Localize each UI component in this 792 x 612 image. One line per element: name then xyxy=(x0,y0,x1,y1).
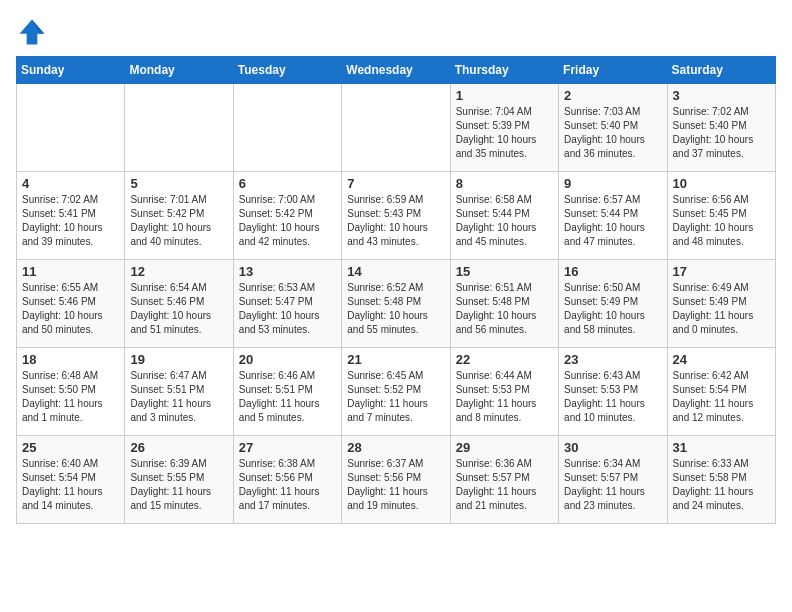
day-info: Sunrise: 6:50 AM Sunset: 5:49 PM Dayligh… xyxy=(564,281,661,337)
day-number: 29 xyxy=(456,440,553,455)
calendar-day-cell: 1Sunrise: 7:04 AM Sunset: 5:39 PM Daylig… xyxy=(450,84,558,172)
day-number: 20 xyxy=(239,352,336,367)
day-info: Sunrise: 6:55 AM Sunset: 5:46 PM Dayligh… xyxy=(22,281,119,337)
day-number: 11 xyxy=(22,264,119,279)
weekday-header-friday: Friday xyxy=(559,57,667,84)
day-info: Sunrise: 6:45 AM Sunset: 5:52 PM Dayligh… xyxy=(347,369,444,425)
day-info: Sunrise: 7:01 AM Sunset: 5:42 PM Dayligh… xyxy=(130,193,227,249)
day-number: 22 xyxy=(456,352,553,367)
day-number: 3 xyxy=(673,88,770,103)
weekday-header-saturday: Saturday xyxy=(667,57,775,84)
day-info: Sunrise: 6:58 AM Sunset: 5:44 PM Dayligh… xyxy=(456,193,553,249)
calendar-day-cell: 17Sunrise: 6:49 AM Sunset: 5:49 PM Dayli… xyxy=(667,260,775,348)
day-number: 4 xyxy=(22,176,119,191)
day-info: Sunrise: 6:43 AM Sunset: 5:53 PM Dayligh… xyxy=(564,369,661,425)
day-info: Sunrise: 6:36 AM Sunset: 5:57 PM Dayligh… xyxy=(456,457,553,513)
calendar-day-cell: 27Sunrise: 6:38 AM Sunset: 5:56 PM Dayli… xyxy=(233,436,341,524)
day-number: 6 xyxy=(239,176,336,191)
calendar-day-cell: 22Sunrise: 6:44 AM Sunset: 5:53 PM Dayli… xyxy=(450,348,558,436)
day-info: Sunrise: 6:44 AM Sunset: 5:53 PM Dayligh… xyxy=(456,369,553,425)
calendar-table: SundayMondayTuesdayWednesdayThursdayFrid… xyxy=(16,56,776,524)
calendar-day-cell: 6Sunrise: 7:00 AM Sunset: 5:42 PM Daylig… xyxy=(233,172,341,260)
day-info: Sunrise: 6:38 AM Sunset: 5:56 PM Dayligh… xyxy=(239,457,336,513)
weekday-header-sunday: Sunday xyxy=(17,57,125,84)
calendar-week-row: 11Sunrise: 6:55 AM Sunset: 5:46 PM Dayli… xyxy=(17,260,776,348)
day-number: 12 xyxy=(130,264,227,279)
day-number: 23 xyxy=(564,352,661,367)
calendar-day-cell: 10Sunrise: 6:56 AM Sunset: 5:45 PM Dayli… xyxy=(667,172,775,260)
day-info: Sunrise: 7:04 AM Sunset: 5:39 PM Dayligh… xyxy=(456,105,553,161)
day-info: Sunrise: 6:40 AM Sunset: 5:54 PM Dayligh… xyxy=(22,457,119,513)
weekday-header-wednesday: Wednesday xyxy=(342,57,450,84)
day-number: 1 xyxy=(456,88,553,103)
day-number: 9 xyxy=(564,176,661,191)
calendar-day-cell: 28Sunrise: 6:37 AM Sunset: 5:56 PM Dayli… xyxy=(342,436,450,524)
day-info: Sunrise: 6:49 AM Sunset: 5:49 PM Dayligh… xyxy=(673,281,770,337)
calendar-day-cell xyxy=(233,84,341,172)
calendar-week-row: 18Sunrise: 6:48 AM Sunset: 5:50 PM Dayli… xyxy=(17,348,776,436)
day-number: 17 xyxy=(673,264,770,279)
day-info: Sunrise: 6:52 AM Sunset: 5:48 PM Dayligh… xyxy=(347,281,444,337)
day-info: Sunrise: 6:33 AM Sunset: 5:58 PM Dayligh… xyxy=(673,457,770,513)
day-info: Sunrise: 6:53 AM Sunset: 5:47 PM Dayligh… xyxy=(239,281,336,337)
calendar-day-cell: 2Sunrise: 7:03 AM Sunset: 5:40 PM Daylig… xyxy=(559,84,667,172)
day-info: Sunrise: 6:42 AM Sunset: 5:54 PM Dayligh… xyxy=(673,369,770,425)
calendar-day-cell: 5Sunrise: 7:01 AM Sunset: 5:42 PM Daylig… xyxy=(125,172,233,260)
calendar-day-cell: 29Sunrise: 6:36 AM Sunset: 5:57 PM Dayli… xyxy=(450,436,558,524)
calendar-day-cell xyxy=(342,84,450,172)
calendar-day-cell: 21Sunrise: 6:45 AM Sunset: 5:52 PM Dayli… xyxy=(342,348,450,436)
day-info: Sunrise: 6:51 AM Sunset: 5:48 PM Dayligh… xyxy=(456,281,553,337)
weekday-header-tuesday: Tuesday xyxy=(233,57,341,84)
weekday-header-row: SundayMondayTuesdayWednesdayThursdayFrid… xyxy=(17,57,776,84)
calendar-day-cell: 19Sunrise: 6:47 AM Sunset: 5:51 PM Dayli… xyxy=(125,348,233,436)
day-number: 19 xyxy=(130,352,227,367)
calendar-day-cell: 7Sunrise: 6:59 AM Sunset: 5:43 PM Daylig… xyxy=(342,172,450,260)
day-number: 10 xyxy=(673,176,770,191)
day-number: 24 xyxy=(673,352,770,367)
logo-icon xyxy=(16,16,48,48)
page-header xyxy=(16,16,776,48)
calendar-day-cell xyxy=(17,84,125,172)
day-info: Sunrise: 7:02 AM Sunset: 5:40 PM Dayligh… xyxy=(673,105,770,161)
calendar-day-cell: 13Sunrise: 6:53 AM Sunset: 5:47 PM Dayli… xyxy=(233,260,341,348)
calendar-week-row: 25Sunrise: 6:40 AM Sunset: 5:54 PM Dayli… xyxy=(17,436,776,524)
weekday-header-monday: Monday xyxy=(125,57,233,84)
day-info: Sunrise: 6:39 AM Sunset: 5:55 PM Dayligh… xyxy=(130,457,227,513)
calendar-day-cell: 20Sunrise: 6:46 AM Sunset: 5:51 PM Dayli… xyxy=(233,348,341,436)
calendar-day-cell: 8Sunrise: 6:58 AM Sunset: 5:44 PM Daylig… xyxy=(450,172,558,260)
calendar-day-cell: 26Sunrise: 6:39 AM Sunset: 5:55 PM Dayli… xyxy=(125,436,233,524)
day-number: 31 xyxy=(673,440,770,455)
calendar-day-cell: 16Sunrise: 6:50 AM Sunset: 5:49 PM Dayli… xyxy=(559,260,667,348)
calendar-day-cell: 3Sunrise: 7:02 AM Sunset: 5:40 PM Daylig… xyxy=(667,84,775,172)
calendar-day-cell: 14Sunrise: 6:52 AM Sunset: 5:48 PM Dayli… xyxy=(342,260,450,348)
day-number: 21 xyxy=(347,352,444,367)
day-info: Sunrise: 6:46 AM Sunset: 5:51 PM Dayligh… xyxy=(239,369,336,425)
day-number: 2 xyxy=(564,88,661,103)
day-number: 28 xyxy=(347,440,444,455)
calendar-day-cell: 31Sunrise: 6:33 AM Sunset: 5:58 PM Dayli… xyxy=(667,436,775,524)
logo xyxy=(16,16,52,48)
day-number: 14 xyxy=(347,264,444,279)
calendar-day-cell: 4Sunrise: 7:02 AM Sunset: 5:41 PM Daylig… xyxy=(17,172,125,260)
day-number: 30 xyxy=(564,440,661,455)
calendar-week-row: 1Sunrise: 7:04 AM Sunset: 5:39 PM Daylig… xyxy=(17,84,776,172)
calendar-day-cell: 18Sunrise: 6:48 AM Sunset: 5:50 PM Dayli… xyxy=(17,348,125,436)
day-number: 27 xyxy=(239,440,336,455)
calendar-day-cell: 9Sunrise: 6:57 AM Sunset: 5:44 PM Daylig… xyxy=(559,172,667,260)
day-info: Sunrise: 6:48 AM Sunset: 5:50 PM Dayligh… xyxy=(22,369,119,425)
weekday-header-thursday: Thursday xyxy=(450,57,558,84)
day-number: 5 xyxy=(130,176,227,191)
calendar-week-row: 4Sunrise: 7:02 AM Sunset: 5:41 PM Daylig… xyxy=(17,172,776,260)
day-info: Sunrise: 7:00 AM Sunset: 5:42 PM Dayligh… xyxy=(239,193,336,249)
day-number: 13 xyxy=(239,264,336,279)
calendar-day-cell: 25Sunrise: 6:40 AM Sunset: 5:54 PM Dayli… xyxy=(17,436,125,524)
day-number: 7 xyxy=(347,176,444,191)
day-info: Sunrise: 6:37 AM Sunset: 5:56 PM Dayligh… xyxy=(347,457,444,513)
calendar-day-cell: 11Sunrise: 6:55 AM Sunset: 5:46 PM Dayli… xyxy=(17,260,125,348)
calendar-day-cell: 23Sunrise: 6:43 AM Sunset: 5:53 PM Dayli… xyxy=(559,348,667,436)
day-info: Sunrise: 6:57 AM Sunset: 5:44 PM Dayligh… xyxy=(564,193,661,249)
day-number: 16 xyxy=(564,264,661,279)
calendar-day-cell: 24Sunrise: 6:42 AM Sunset: 5:54 PM Dayli… xyxy=(667,348,775,436)
day-number: 25 xyxy=(22,440,119,455)
calendar-day-cell: 15Sunrise: 6:51 AM Sunset: 5:48 PM Dayli… xyxy=(450,260,558,348)
